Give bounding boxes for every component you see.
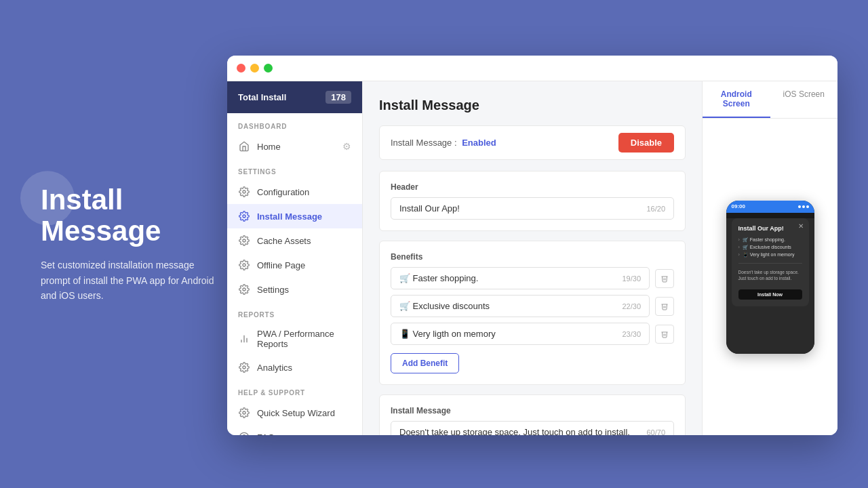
header-label: Header: [391, 182, 674, 192]
phone-modal-close-icon: ✕: [798, 222, 804, 230]
phone-mockup: 09:00 ✕ Install Our App!: [726, 201, 814, 354]
benefit-item-3: 📱 Very ligth on memory 23/30: [391, 323, 674, 345]
sidebar-item-pwa-reports[interactable]: PWA / Performance Reports: [227, 323, 362, 355]
phone-modal-title: Install Our App!: [738, 225, 802, 232]
phone-divider: [738, 263, 802, 264]
sidebar-item-cache-assets[interactable]: Cache Assets: [227, 228, 362, 253]
faqs-icon: [238, 431, 250, 435]
phone-benefit-text-1: 🛒 Faster shopping.: [743, 237, 785, 243]
benefit-input-1[interactable]: 🛒 Faster shopping. 19/30: [391, 267, 650, 289]
window-body: Total Install 178 DASHBOARD Home ⚙ SETTI…: [227, 81, 837, 435]
svg-point-3: [243, 264, 245, 266]
header-value: Install Our App!: [399, 203, 460, 214]
benefit-text-1: 🛒 Faster shopping.: [399, 273, 478, 283]
disable-button[interactable]: Disable: [618, 133, 674, 152]
install-message-value: Doesn't take up storage space. Just touc…: [399, 427, 630, 435]
install-message-input[interactable]: Doesn't take up storage space. Just touc…: [391, 421, 674, 435]
phone-content: ✕ Install Our App! › 🛒 Faster shopping. …: [726, 218, 814, 354]
phone-benefit-3: › 📱 Very light on memory: [738, 252, 802, 258]
install-message-section: Install Message Doesn't take up storage …: [379, 394, 686, 435]
cache-assets-icon: [238, 235, 250, 247]
sidebar-analytics-label: Analytics: [257, 363, 292, 373]
phone-status-icons: [798, 205, 809, 208]
delete-benefit-3[interactable]: [655, 325, 674, 344]
sidebar-item-settings[interactable]: Settings: [227, 277, 362, 302]
install-message-label: Install Message: [391, 406, 674, 415]
svg-point-2: [243, 239, 245, 242]
phone-arrow-3: ›: [738, 252, 740, 257]
benefit-text-3: 📱 Very ligth on memory: [399, 329, 496, 339]
sidebar-quick-setup-label: Quick Setup Wizard: [257, 408, 335, 418]
signal-dot-3: [806, 205, 809, 208]
phone-modal: ✕ Install Our App! › 🛒 Faster shopping. …: [732, 218, 809, 306]
section-label-dashboard: DASHBOARD: [227, 113, 362, 134]
quick-setup-icon: [238, 407, 250, 419]
tab-ios-screen[interactable]: iOS Screen: [770, 81, 838, 118]
svg-point-8: [243, 366, 245, 369]
phone-arrow-2: ›: [738, 245, 740, 249]
status-text: Install Message : Enabled: [391, 138, 496, 148]
traffic-lights: [237, 64, 273, 73]
phone-arrow-1: ›: [738, 237, 740, 242]
sidebar-settings-label: Settings: [257, 285, 289, 295]
title-bar: [227, 56, 837, 81]
sidebar: Total Install 178 DASHBOARD Home ⚙ SETTI…: [227, 81, 363, 435]
hero-subtitle: Set customized installation message prom…: [41, 258, 217, 304]
phone-description: Doesn't take up storage space. Just touc…: [738, 269, 802, 281]
traffic-light-green[interactable]: [264, 64, 273, 73]
svg-point-0: [243, 190, 245, 193]
sidebar-item-analytics[interactable]: Analytics: [227, 355, 362, 380]
phone-install-button[interactable]: Install Now: [738, 289, 802, 300]
sidebar-pwa-reports-label: PWA / Performance Reports: [257, 329, 351, 349]
benefit-input-2[interactable]: 🛒 Exclusive discounts 22/30: [391, 295, 650, 317]
status-label: Install Message :: [391, 138, 457, 148]
delete-benefit-2[interactable]: [655, 297, 674, 316]
sidebar-item-home[interactable]: Home ⚙: [227, 134, 362, 159]
section-label-help: HELP & SUPPORT: [227, 380, 362, 401]
svg-point-4: [243, 288, 245, 291]
tab-android-screen[interactable]: Android Screen: [703, 81, 770, 118]
hero-circle-decoration: [20, 171, 75, 225]
phone-benefit-text-2: 🛒 Exclusive discounts: [743, 245, 791, 250]
sidebar-item-configuration[interactable]: Configuration: [227, 180, 362, 204]
phone-benefit-2: › 🛒 Exclusive discounts: [738, 245, 802, 250]
traffic-light-yellow[interactable]: [250, 64, 259, 73]
sidebar-item-quick-setup[interactable]: Quick Setup Wizard: [227, 401, 362, 425]
benefits-label: Benefits: [391, 252, 674, 262]
sidebar-header: Total Install 178: [227, 81, 362, 113]
total-install-count: 178: [326, 91, 351, 104]
benefit-count-2: 22/30: [622, 302, 641, 310]
sidebar-item-faqs[interactable]: FAQs: [227, 425, 362, 435]
delete-benefit-1[interactable]: [655, 269, 674, 288]
svg-point-1: [243, 215, 245, 218]
section-label-reports: REPORTS: [227, 302, 362, 323]
benefit-count-3: 23/30: [622, 330, 641, 338]
traffic-light-red[interactable]: [237, 64, 245, 73]
header-section: Header Install Our App! 16/20: [379, 171, 686, 231]
install-message-icon: [238, 210, 250, 222]
main-content: Install Message Install Message : Enable…: [363, 81, 702, 435]
sidebar-faqs-label: FAQs: [257, 432, 279, 436]
benefit-count-1: 19/30: [622, 274, 641, 283]
analytics-icon: [238, 361, 250, 373]
preview-panel: Android Screen iOS Screen 09:00: [702, 81, 837, 435]
header-input[interactable]: Install Our App! 16/20: [391, 197, 674, 220]
phone-time: 09:00: [732, 203, 745, 209]
sidebar-home-label: Home: [257, 142, 281, 152]
benefit-input-3[interactable]: 📱 Very ligth on memory 23/30: [391, 323, 650, 345]
phone-benefit-text-3: 📱 Very light on memory: [743, 252, 795, 258]
section-label-settings: SETTINGS: [227, 159, 362, 180]
app-window: Total Install 178 DASHBOARD Home ⚙ SETTI…: [227, 56, 837, 435]
add-benefit-button[interactable]: Add Benefit: [391, 353, 459, 373]
signal-dot-1: [798, 205, 801, 208]
hero-section: Install Message Set customized installat…: [41, 184, 217, 304]
sidebar-offline-page-label: Offline Page: [257, 260, 305, 270]
configuration-icon: [238, 186, 250, 198]
sidebar-item-install-message[interactable]: Install Message: [227, 204, 362, 228]
settings-icon: [238, 283, 250, 296]
total-install-label: Total Install: [238, 92, 286, 102]
sidebar-item-offline-page[interactable]: Offline Page: [227, 253, 362, 277]
sidebar-install-message-label: Install Message: [257, 211, 322, 222]
phone-benefit-1: › 🛒 Faster shopping.: [738, 237, 802, 243]
svg-point-9: [243, 411, 245, 414]
